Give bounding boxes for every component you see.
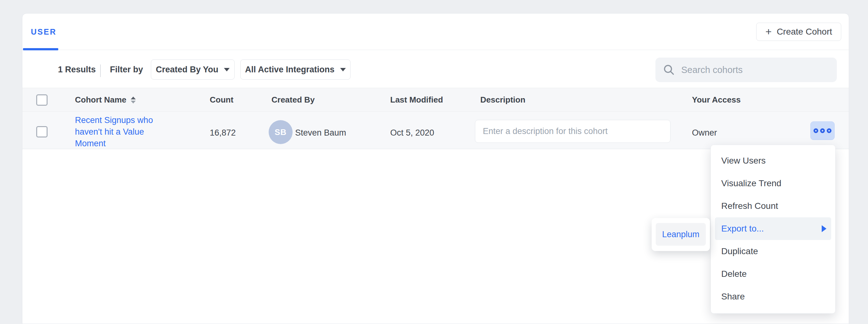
- row-checkbox[interactable]: [36, 126, 48, 138]
- menu-item-delete[interactable]: Delete: [711, 263, 835, 285]
- row-actions-menu: View Users Visualize Trend Refresh Count…: [711, 145, 836, 314]
- column-header-your-access: Your Access: [692, 95, 741, 105]
- menu-item-view-users[interactable]: View Users: [711, 149, 835, 172]
- dot-icon: [813, 128, 818, 133]
- create-cohort-button[interactable]: + Create Cohort: [756, 23, 841, 41]
- created-by-dropdown-label: Created By You: [156, 65, 219, 75]
- export-to-label: Export to...: [721, 224, 764, 234]
- last-modified-date: Oct 5, 2020: [390, 128, 434, 138]
- search-cohorts-box[interactable]: [655, 58, 837, 82]
- tab-user[interactable]: USER: [31, 27, 56, 36]
- column-header-created-by: Created By: [272, 95, 315, 105]
- column-header-count: Count: [210, 95, 234, 105]
- tab-bar: USER + Create Cohort: [22, 13, 849, 50]
- chevron-down-icon: [224, 68, 229, 71]
- plus-icon: +: [765, 26, 772, 37]
- menu-item-share[interactable]: Share: [711, 285, 835, 308]
- column-header-cohort-name[interactable]: Cohort Name: [75, 95, 136, 105]
- dot-icon: [827, 128, 832, 133]
- created-by-name: Steven Baum: [295, 128, 346, 138]
- toolbar-divider: [100, 65, 101, 77]
- create-cohort-label: Create Cohort: [777, 27, 832, 37]
- submenu-arrow-icon: [822, 225, 827, 232]
- chevron-down-icon: [340, 68, 346, 71]
- integrations-dropdown-label: All Active Integrations: [245, 65, 335, 75]
- select-all-checkbox[interactable]: [36, 94, 48, 106]
- created-by-dropdown[interactable]: Created By You: [151, 60, 235, 80]
- tab-active-underline: [23, 48, 58, 50]
- table-header-row: Cohort Name Count Created By Last Modifi…: [22, 88, 849, 112]
- avatar: SB: [269, 120, 292, 144]
- sort-icon[interactable]: [131, 97, 136, 104]
- menu-item-duplicate[interactable]: Duplicate: [711, 240, 835, 263]
- column-header-last-modified: Last Modified: [390, 95, 443, 105]
- results-count: 1 Results: [58, 64, 96, 75]
- access-level: Owner: [692, 128, 717, 138]
- more-actions-button[interactable]: [810, 121, 835, 140]
- description-input[interactable]: [475, 120, 671, 143]
- search-icon: [663, 64, 675, 76]
- submenu-item-leanplum[interactable]: Leanplum: [656, 223, 706, 246]
- cohort-count: 16,872: [210, 128, 236, 138]
- cohorts-page: USER + Create Cohort 1 Results Filter by…: [0, 0, 868, 324]
- table-row: Recent Signups who haven't hit a Value M…: [22, 112, 849, 149]
- column-header-description: Description: [480, 95, 525, 105]
- cohort-name-header-label: Cohort Name: [75, 95, 126, 105]
- search-input[interactable]: [681, 65, 829, 75]
- menu-item-export-to[interactable]: Export to...: [715, 217, 831, 240]
- export-submenu: Leanplum: [652, 218, 710, 251]
- filter-by-label: Filter by: [110, 64, 143, 75]
- dot-icon: [820, 128, 825, 133]
- integrations-dropdown[interactable]: All Active Integrations: [240, 60, 350, 80]
- menu-item-visualize-trend[interactable]: Visualize Trend: [711, 172, 835, 195]
- menu-item-refresh-count[interactable]: Refresh Count: [711, 195, 835, 217]
- cohort-name-link[interactable]: Recent Signups who haven't hit a Value M…: [75, 114, 161, 149]
